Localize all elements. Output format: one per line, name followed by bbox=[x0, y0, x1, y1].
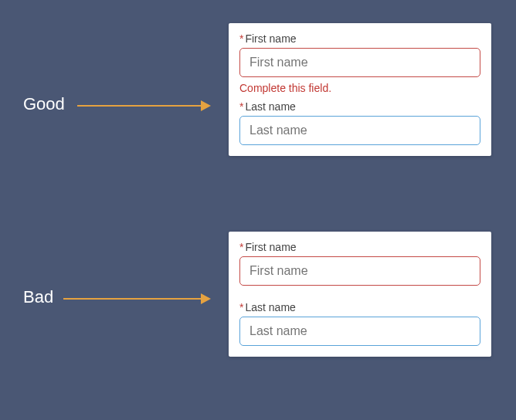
arrow-icon bbox=[63, 293, 211, 304]
last-name-label-text: Last name bbox=[245, 100, 295, 113]
required-mark-icon: * bbox=[239, 241, 243, 253]
first-name-input[interactable] bbox=[239, 48, 480, 77]
form-card-good: *First name Complete this field. *Last n… bbox=[229, 23, 491, 156]
first-name-label: *First name bbox=[239, 241, 480, 253]
bad-label: Bad bbox=[23, 287, 53, 307]
good-label: Good bbox=[23, 94, 65, 114]
last-name-label: *Last name bbox=[239, 100, 480, 113]
last-name-label: *Last name bbox=[239, 301, 480, 313]
last-name-input[interactable] bbox=[239, 317, 480, 346]
first-name-label: *First name bbox=[239, 32, 480, 45]
last-name-input[interactable] bbox=[239, 116, 480, 145]
last-name-label-text: Last name bbox=[245, 301, 295, 313]
required-mark-icon: * bbox=[239, 301, 243, 313]
required-mark-icon: * bbox=[239, 100, 243, 113]
first-name-label-text: First name bbox=[245, 32, 296, 45]
required-mark-icon: * bbox=[239, 32, 243, 45]
first-name-label-text: First name bbox=[245, 241, 296, 253]
error-message: Complete this field. bbox=[239, 82, 480, 94]
first-name-input[interactable] bbox=[239, 256, 480, 286]
form-card-bad: *First name *Last name bbox=[229, 232, 491, 357]
arrow-icon bbox=[77, 100, 211, 111]
